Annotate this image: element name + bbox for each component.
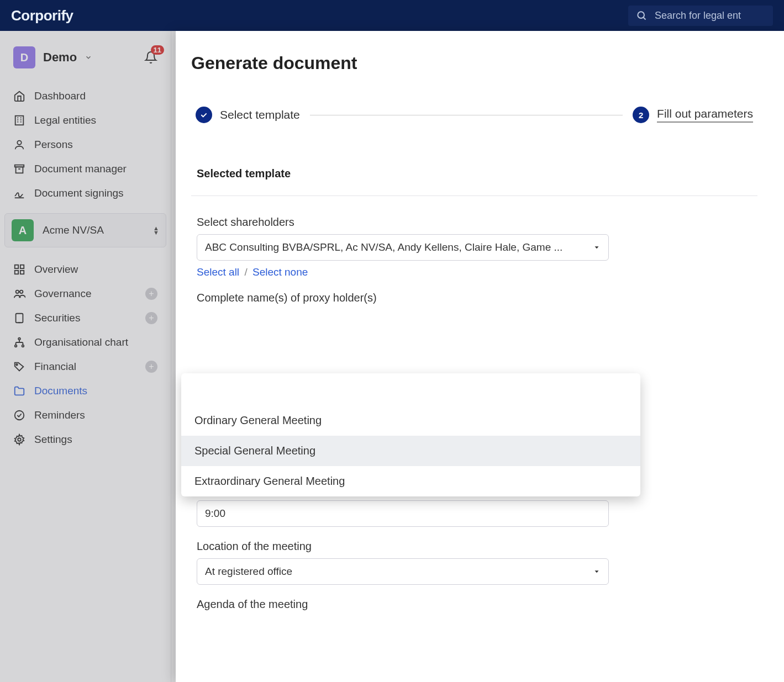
field-agenda: Agenda of the meeting bbox=[197, 598, 609, 611]
hour-input[interactable]: 9:00 bbox=[197, 500, 609, 527]
separator: / bbox=[244, 266, 247, 278]
step-fill-parameters[interactable]: 2 Fill out parameters bbox=[633, 107, 753, 123]
dropdown-option[interactable]: Ordinary General Meeting bbox=[181, 405, 640, 436]
field-location: Location of the meeting At registered of… bbox=[197, 540, 609, 585]
meeting-type-dropdown: Ordinary General Meeting Special General… bbox=[181, 373, 640, 496]
app-logo: Corporify bbox=[11, 7, 73, 24]
search-icon bbox=[636, 10, 647, 21]
modal-title: Generate document bbox=[191, 53, 757, 73]
field-proxy: Complete name(s) of proxy holder(s) bbox=[197, 292, 752, 304]
svg-marker-33 bbox=[595, 570, 599, 573]
shareholder-links: Select all / Select none bbox=[197, 266, 752, 278]
search-input[interactable] bbox=[655, 10, 765, 22]
hour-value: 9:00 bbox=[205, 507, 225, 520]
topbar: Corporify bbox=[0, 0, 784, 31]
svg-marker-28 bbox=[595, 246, 599, 249]
dropdown-spacer bbox=[181, 373, 640, 405]
section-title: Selected template bbox=[191, 167, 757, 196]
step-number: 2 bbox=[633, 107, 649, 123]
field-shareholders: Select shareholders ABC Consulting BVBA/… bbox=[197, 216, 752, 278]
svg-line-1 bbox=[644, 18, 646, 20]
svg-point-0 bbox=[638, 12, 644, 18]
location-select[interactable]: At registered office bbox=[197, 558, 609, 585]
dropdown-option[interactable]: Extraordinary General Meeting bbox=[181, 466, 640, 496]
generate-document-modal: Generate document Select template 2 Fill… bbox=[176, 31, 784, 682]
field-label: Agenda of the meeting bbox=[197, 598, 609, 611]
global-search[interactable] bbox=[628, 6, 773, 26]
select-all-link[interactable]: Select all bbox=[197, 266, 239, 278]
check-icon bbox=[196, 107, 212, 123]
step-select-template[interactable]: Select template bbox=[196, 107, 300, 123]
field-label: Select shareholders bbox=[197, 216, 752, 229]
caret-down-icon bbox=[593, 244, 601, 251]
shareholders-select[interactable]: ABC Consulting BVBA/SPRL, Ac NV/SA, Andy… bbox=[197, 234, 609, 261]
caret-down-icon bbox=[593, 568, 601, 575]
select-value: ABC Consulting BVBA/SPRL, Ac NV/SA, Andy… bbox=[205, 241, 593, 253]
select-none-link[interactable]: Select none bbox=[252, 266, 308, 278]
stepper-line bbox=[310, 115, 623, 115]
field-label: Location of the meeting bbox=[197, 540, 609, 553]
field-label: Complete name(s) of proxy holder(s) bbox=[197, 292, 752, 304]
select-value: At registered office bbox=[205, 565, 593, 578]
step-label: Fill out parameters bbox=[657, 107, 753, 123]
dropdown-option[interactable]: Special General Meeting bbox=[181, 436, 640, 466]
stepper: Select template 2 Fill out parameters bbox=[191, 107, 757, 123]
step-label: Select template bbox=[220, 108, 300, 121]
